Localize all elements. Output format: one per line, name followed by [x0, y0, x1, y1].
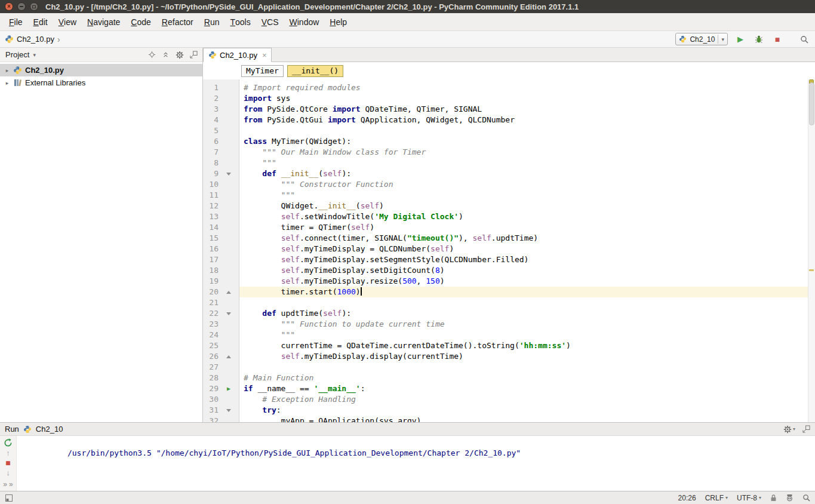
warning-stripe-mark[interactable] [809, 269, 814, 271]
menu-item-navigate[interactable]: Navigate [82, 13, 125, 30]
code-text[interactable]: """ [239, 158, 815, 168]
gutter-cell[interactable]: 30 [203, 394, 239, 405]
breadcrumb-class[interactable]: MyTimer [241, 65, 284, 77]
overflow-chevron-icon[interactable]: » [3, 480, 7, 488]
code-area[interactable]: 1# Import required modules2import sys3fr… [203, 79, 815, 422]
code-text[interactable]: self.setWindowTitle('My Digital Clock') [239, 211, 815, 222]
menu-item-file[interactable]: File [4, 13, 28, 30]
code-text[interactable]: # Main Function [239, 373, 815, 383]
menu-item-tools[interactable]: Tools [224, 13, 256, 30]
code-text[interactable]: # Import required modules [239, 82, 815, 93]
caret-position-widget[interactable]: 20:26 [678, 494, 696, 502]
code-text[interactable]: # Exception Handling [239, 394, 815, 405]
code-text[interactable]: def updtTime(self): [239, 308, 815, 319]
hector-inspector-icon[interactable] [786, 494, 794, 502]
overflow-chevron-icon[interactable]: » [9, 480, 13, 488]
locate-icon[interactable] [148, 51, 156, 59]
editor-scrollbar[interactable] [808, 79, 815, 422]
project-panel-title[interactable]: Project [5, 50, 29, 59]
hide-panel-icon[interactable] [802, 425, 810, 433]
search-icon[interactable] [802, 494, 810, 502]
tree-expand-icon[interactable]: ▸ [4, 67, 10, 73]
gutter-cell[interactable]: 10 [203, 179, 239, 190]
window-minimize-icon[interactable] [17, 2, 26, 11]
gutter-cell[interactable]: 23 [203, 319, 239, 330]
gutter-cell[interactable]: 2 [203, 93, 239, 104]
code-text[interactable]: try: [239, 405, 815, 416]
debug-button[interactable] [753, 33, 765, 45]
collapse-all-icon[interactable] [162, 51, 170, 59]
up-arrow-icon[interactable]: ↑ [6, 449, 10, 457]
gutter-cell[interactable]: 14 [203, 222, 239, 233]
breadcrumb-method[interactable]: __init__() [287, 65, 343, 77]
scrollbar-thumb[interactable] [809, 82, 814, 125]
stop-button[interactable]: ■ [771, 33, 783, 45]
gutter-cell[interactable]: 6 [203, 136, 239, 147]
menu-item-refactor[interactable]: Refactor [156, 13, 199, 30]
window-close-icon[interactable]: × [5, 2, 13, 11]
code-text[interactable]: """ [239, 190, 815, 201]
menu-item-edit[interactable]: Edit [28, 13, 53, 30]
lock-icon[interactable] [770, 494, 777, 502]
search-everywhere-button[interactable] [798, 33, 810, 45]
gutter-cell[interactable]: 21 [203, 297, 239, 308]
gutter-cell[interactable]: 7 [203, 147, 239, 158]
gutter-cell[interactable]: 25 [203, 340, 239, 351]
code-text[interactable] [239, 297, 815, 308]
gutter-cell[interactable]: 27 [203, 362, 239, 373]
hide-panel-icon[interactable] [190, 51, 198, 59]
run-configuration-select[interactable]: Ch2_10 ▾ [675, 33, 728, 45]
breadcrumb[interactable]: Ch2_10.py › [5, 35, 60, 44]
gutter-cell[interactable]: 18 [203, 265, 239, 276]
code-text[interactable]: class MyTimer(QWidget): [239, 136, 815, 147]
gutter-cell[interactable]: 26 [203, 351, 239, 362]
editor-tab[interactable]: Ch2_10.py × [203, 48, 272, 62]
gutter-cell[interactable]: 31 [203, 405, 239, 416]
code-text[interactable]: if __name__ == '__main__': [239, 383, 815, 394]
fold-icon[interactable] [226, 312, 231, 315]
breadcrumb-file[interactable]: Ch2_10.py [17, 35, 54, 44]
gutter-cell[interactable]: 8 [203, 158, 239, 168]
fold-icon[interactable] [226, 291, 231, 294]
gutter-cell[interactable]: 4 [203, 115, 239, 125]
code-text[interactable]: QWidget.__init__(self) [239, 201, 815, 211]
tab-close-icon[interactable]: × [262, 51, 267, 60]
tree-item-file[interactable]: ▸ Ch2_10.py [0, 64, 202, 76]
gutter-cell[interactable]: 29▶ [203, 383, 239, 394]
gutter-cell[interactable]: 24 [203, 330, 239, 340]
code-text[interactable] [239, 125, 815, 136]
menu-item-help[interactable]: Help [324, 13, 352, 30]
settings-icon[interactable] [176, 51, 184, 59]
run-settings-icon[interactable]: ▾ [783, 425, 795, 434]
code-text[interactable]: """ Function to update current time [239, 319, 815, 330]
code-text[interactable]: self.myTimeDisplay.setDigitCount(8) [239, 265, 815, 276]
dropdown-arrow-icon[interactable]: ▾ [33, 52, 36, 58]
gutter-cell[interactable]: 3 [203, 104, 239, 115]
run-tab-label[interactable]: Ch2_10 [36, 425, 63, 434]
menu-item-window[interactable]: Window [284, 13, 325, 30]
code-text[interactable]: def __init__(self): [239, 168, 815, 179]
code-text[interactable]: self.myTimeDisplay = QLCDNumber(self) [239, 244, 815, 254]
toggle-toolwindows-icon[interactable] [5, 494, 13, 502]
code-text[interactable]: """ Constructor Function [239, 179, 815, 190]
menu-item-run[interactable]: Run [199, 13, 225, 30]
rerun-icon[interactable] [4, 438, 13, 447]
code-text[interactable]: """ Our Main Window class for Timer [239, 147, 815, 158]
gutter-cell[interactable]: 20 [203, 287, 239, 297]
code-text[interactable]: from PySide.QtCore import QDateTime, QTi… [239, 104, 815, 115]
code-text[interactable]: self.myTimeDisplay.resize(500, 150) [239, 276, 815, 287]
gutter-cell[interactable]: 19 [203, 276, 239, 287]
run-console[interactable]: /usr/bin/python3.5 "/home/chyi/IoT/Pytho… [17, 436, 815, 491]
tree-expand-icon[interactable]: ▸ [4, 80, 10, 86]
code-text[interactable] [239, 362, 815, 373]
code-text[interactable]: timer = QTimer(self) [239, 222, 815, 233]
code-text[interactable]: self.connect(timer, SIGNAL("timeout()"),… [239, 233, 815, 244]
line-separator-widget[interactable]: CRLF ▾ [705, 494, 728, 502]
gutter-cell[interactable]: 16 [203, 244, 239, 254]
gutter-cell[interactable]: 9 [203, 168, 239, 179]
fold-icon[interactable] [226, 355, 231, 358]
run-button[interactable]: ▶ [734, 33, 746, 45]
gutter-cell[interactable]: 32 [203, 416, 239, 422]
gutter-cell[interactable]: 5 [203, 125, 239, 136]
gutter-cell[interactable]: 13 [203, 211, 239, 222]
